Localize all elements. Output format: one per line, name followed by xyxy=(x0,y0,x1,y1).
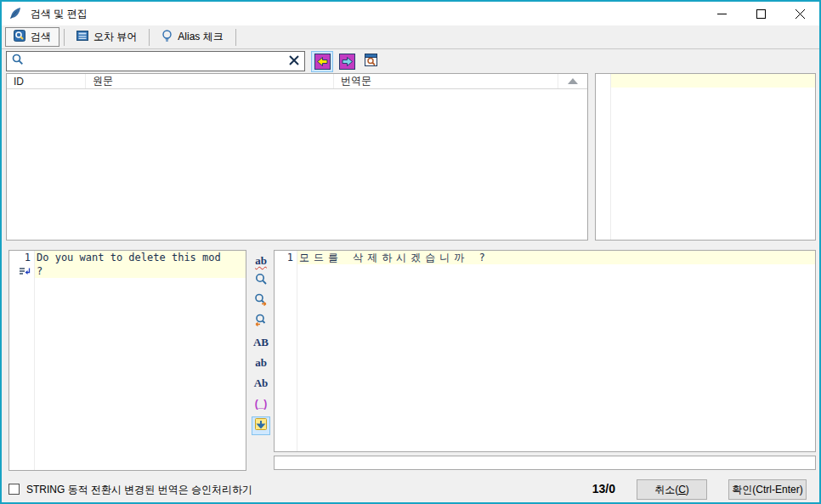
source-editor[interactable]: 1 Do you want to delete this mod ? xyxy=(8,250,246,471)
tab-alias-check-label: Alias 체크 xyxy=(178,30,223,44)
titlebar[interactable]: 검색 및 편집 xyxy=(2,2,819,25)
ok-button[interactable]: 확인(Ctrl-Enter) xyxy=(728,479,807,500)
sort-up-icon xyxy=(568,78,578,84)
tab-error-viewer[interactable]: 오차 뷰어 xyxy=(69,27,144,47)
search-edit-dialog: 검색 및 편집 검색 xyxy=(0,0,821,504)
tab-bar: 검색 오차 뷰어 Alias 체크 xyxy=(2,25,819,49)
source-gutter: 1 xyxy=(9,251,35,470)
search-prev-button[interactable] xyxy=(254,314,268,329)
results-table[interactable]: ID 원문 번역문 xyxy=(6,73,588,241)
tab-search[interactable]: 검색 xyxy=(5,27,59,47)
arrow-right-icon xyxy=(339,54,355,70)
search-next-button[interactable] xyxy=(254,294,268,309)
line-number: 1 xyxy=(275,251,293,264)
column-header-id[interactable]: ID xyxy=(7,74,86,88)
search-next-icon xyxy=(254,293,268,309)
translation-gutter: 1 xyxy=(275,251,297,451)
quill-icon xyxy=(8,7,22,20)
window-title: 검색 및 편집 xyxy=(31,7,88,21)
capitalize-button[interactable]: Ab xyxy=(254,376,269,390)
source-line-2: ? xyxy=(35,264,246,278)
result-counter: 13/0 xyxy=(563,482,615,496)
lowercase-button[interactable]: ab xyxy=(255,355,267,370)
whole-word-button[interactable]: ab xyxy=(255,253,267,268)
tab-alias-check[interactable]: Alias 체크 xyxy=(154,27,230,47)
line-number: 1 xyxy=(9,251,31,264)
copy-to-translation-button[interactable] xyxy=(252,416,270,435)
tab-separator xyxy=(235,29,236,46)
tab-error-viewer-label: 오차 뷰어 xyxy=(93,30,137,44)
arrow-left-icon xyxy=(314,54,331,70)
find-prev-button[interactable] xyxy=(311,51,333,72)
column-header-source[interactable]: 원문 xyxy=(86,74,334,88)
tab-separator xyxy=(149,29,150,46)
bulb-icon xyxy=(161,30,173,45)
find-window-icon xyxy=(364,53,378,71)
sort-indicator[interactable] xyxy=(558,74,587,88)
source-line-1: Do you want to delete this mod xyxy=(35,251,246,264)
minimize-button[interactable] xyxy=(702,2,741,25)
preview-panel[interactable] xyxy=(595,73,816,241)
wrap-indicator-icon xyxy=(9,264,31,278)
preview-current-line xyxy=(611,74,815,88)
search-page-icon xyxy=(14,30,25,44)
column-header-translation[interactable]: 번역문 xyxy=(334,74,558,88)
search-text-button[interactable] xyxy=(255,274,268,288)
cancel-button[interactable]: 취소(C) xyxy=(637,479,707,500)
search-prev-icon xyxy=(254,314,268,330)
search-box xyxy=(6,51,305,71)
find-next-button[interactable] xyxy=(336,51,358,72)
table-header: ID 원문 번역문 xyxy=(7,74,587,89)
translation-status-strip xyxy=(274,456,816,470)
clear-search-icon[interactable] xyxy=(289,54,299,69)
approve-on-convert-checkbox[interactable] xyxy=(8,484,20,495)
underscore-button[interactable]: (_) xyxy=(255,396,268,411)
edit-toolbar: ab xyxy=(249,253,273,435)
preview-gutter xyxy=(596,74,611,240)
search-input[interactable] xyxy=(28,54,285,69)
search-icon xyxy=(255,273,268,289)
translation-line-1: 모드를 삭제하시겠습니까 ? xyxy=(297,251,815,264)
uppercase-button[interactable]: AB xyxy=(253,335,269,349)
advanced-search-button[interactable] xyxy=(360,51,382,72)
maximize-button[interactable] xyxy=(741,2,780,25)
list-icon xyxy=(76,30,88,44)
approve-on-convert-label: STRING 동적 전환시 변경된 번역은 승인처리하기 xyxy=(26,483,252,497)
close-button[interactable] xyxy=(780,2,819,25)
translation-editor[interactable]: 1 모드를 삭제하시겠습니까 ? xyxy=(274,250,816,452)
tab-search-label: 검색 xyxy=(31,30,51,44)
tab-separator xyxy=(64,29,65,46)
search-icon xyxy=(12,54,24,69)
paste-down-icon xyxy=(254,417,268,434)
